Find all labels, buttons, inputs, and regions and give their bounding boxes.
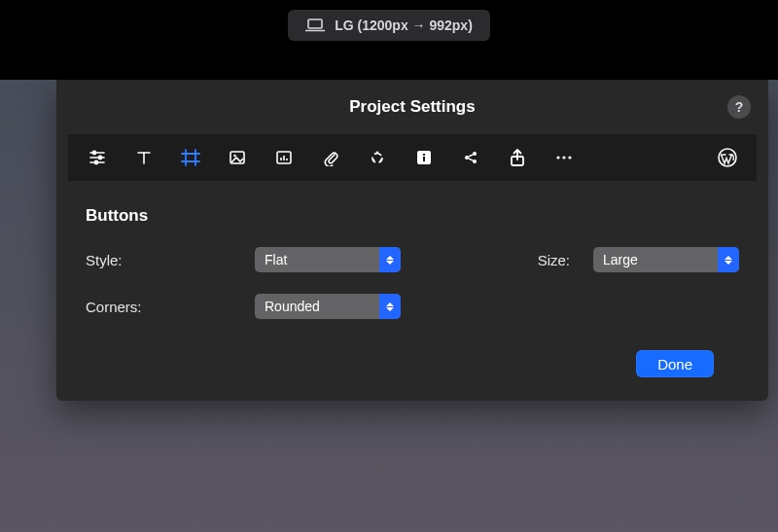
size-select[interactable]: Large [593, 247, 739, 272]
buttons-section: Buttons Style: Flat Size: Large [56, 181, 768, 377]
recycle-icon[interactable] [366, 146, 389, 169]
project-settings-panel: Project Settings ? [56, 80, 768, 401]
help-icon: ? [735, 99, 744, 115]
svg-point-5 [98, 156, 101, 159]
wordpress-icon[interactable] [716, 146, 739, 169]
done-button[interactable]: Done [636, 350, 714, 377]
image-icon[interactable] [226, 146, 249, 169]
chart-icon[interactable] [272, 146, 296, 169]
svg-line-26 [469, 155, 474, 157]
settings-toolbar [68, 134, 757, 181]
frame-icon[interactable] [179, 146, 202, 169]
style-select[interactable]: Flat [255, 247, 401, 272]
panel-header: Project Settings ? [56, 80, 768, 134]
more-icon[interactable] [552, 146, 576, 169]
done-label: Done [657, 356, 692, 372]
help-button[interactable]: ? [727, 95, 751, 119]
svg-point-3 [92, 151, 95, 154]
svg-point-30 [562, 156, 565, 159]
chevron-updown-icon [379, 247, 401, 272]
chevron-updown-icon [718, 247, 739, 272]
svg-rect-22 [423, 157, 425, 161]
size-label: Size: [538, 252, 570, 268]
size-value: Large [603, 252, 638, 267]
svg-point-15 [233, 155, 236, 158]
top-bar: LG (1200px → 992px) [0, 0, 778, 80]
corners-label: Corners: [86, 299, 241, 315]
upload-icon[interactable] [506, 146, 529, 169]
svg-rect-21 [423, 154, 425, 156]
type-icon[interactable] [132, 146, 156, 169]
panel-title: Project Settings [349, 97, 475, 117]
breakpoint-label: LG (1200px → 992px) [335, 18, 473, 33]
style-row: Style: Flat Size: Large [86, 247, 739, 272]
corners-row: Corners: Rounded [86, 294, 739, 319]
panel-footer: Done [86, 340, 739, 377]
style-label: Style: [86, 252, 241, 268]
share-icon[interactable] [459, 146, 482, 169]
svg-point-31 [568, 156, 571, 159]
svg-point-29 [556, 156, 559, 159]
corners-select[interactable]: Rounded [255, 294, 401, 319]
section-title: Buttons [86, 206, 739, 226]
style-value: Flat [265, 252, 287, 267]
svg-rect-0 [308, 19, 322, 28]
laptop-icon [305, 18, 325, 32]
info-icon[interactable] [412, 146, 436, 169]
svg-line-27 [469, 159, 474, 160]
breakpoint-pill[interactable]: LG (1200px → 992px) [288, 10, 490, 41]
sliders-icon[interactable] [86, 146, 109, 169]
chevron-updown-icon [379, 294, 401, 319]
svg-point-7 [94, 160, 97, 163]
paperclip-icon[interactable] [319, 146, 342, 169]
corners-value: Rounded [265, 299, 320, 314]
